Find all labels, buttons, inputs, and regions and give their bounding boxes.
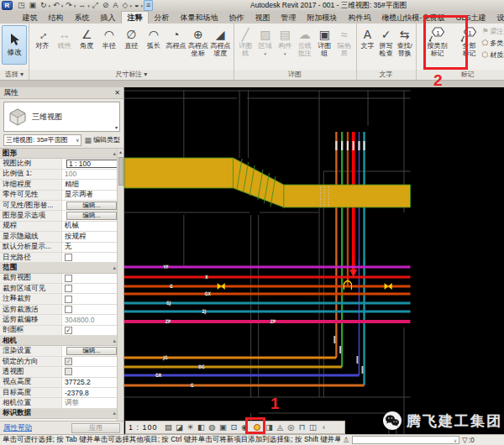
checkbox[interactable] — [65, 285, 72, 292]
ribbon-button[interactable]: ↔对齐 — [31, 25, 54, 50]
checkbox[interactable] — [65, 296, 72, 303]
riser-mark[interactable] — [336, 260, 338, 264]
pipe-tag[interactable]: ZP — [270, 318, 276, 324]
property-value[interactable]: ✓ — [62, 357, 123, 366]
ribbon-tab-6[interactable]: 体量和场地 — [175, 12, 223, 24]
analytical-model-icon[interactable]: ◬ — [275, 421, 286, 433]
worksharing-display-icon[interactable]: ◫ — [307, 421, 318, 433]
sun-path-icon[interactable]: ☀ — [185, 421, 196, 433]
rendering-dialog-icon[interactable]: ◍ — [207, 421, 218, 433]
ribbon-button[interactable]: ∅直径 — [120, 25, 143, 50]
selection-filter[interactable]: ▽ :0 — [462, 436, 475, 444]
aligned-dimension-icon[interactable]: ⤢ — [91, 1, 100, 10]
property-value[interactable] — [62, 274, 123, 283]
property-value[interactable]: ✓ — [62, 326, 123, 335]
scroll-up-icon[interactable]: ▴ — [118, 149, 123, 155]
property-value[interactable]: -2379.8 — [62, 388, 123, 397]
riser-tag[interactable] — [341, 141, 343, 150]
crop-view-icon[interactable]: ▣ — [218, 421, 228, 433]
panel-label-dimension[interactable]: 尺寸标注 ▾ — [29, 70, 234, 80]
property-value[interactable] — [62, 294, 123, 303]
ribbon-tab-4[interactable]: 注释 — [121, 11, 149, 24]
ribbon-button[interactable]: ◢高程点 坡度 — [209, 25, 232, 57]
ribbon-tab-3[interactable]: 插入 — [95, 12, 121, 24]
pipe-tag[interactable]: JG — [162, 354, 167, 361]
pipe-tag[interactable]: G — [191, 382, 194, 388]
property-value[interactable] — [62, 284, 123, 293]
ribbon-tab-8[interactable]: 视图 — [249, 12, 276, 24]
property-value[interactable]: 1 : 100 — [62, 159, 123, 168]
elbow-tag[interactable] — [339, 346, 341, 353]
reveal-constraints-icon[interactable]: ⊓ — [297, 421, 307, 433]
close-icon[interactable]: ✕ — [114, 89, 120, 97]
ribbon-tab-5[interactable]: 分析 — [149, 12, 175, 24]
riser-tag[interactable] — [353, 141, 354, 150]
pipe-tag[interactable]: GJ — [166, 300, 171, 306]
ribbon-button[interactable]: ▣详图 组 — [315, 25, 335, 57]
riser-mark[interactable] — [347, 260, 349, 264]
pipe-tag[interactable]: GR — [155, 372, 161, 378]
ribbon-tab-14[interactable]: 设备通用 — [491, 12, 504, 24]
ribbon-button[interactable]: ◠半径 — [98, 25, 121, 50]
property-value[interactable]: 无 — [62, 243, 123, 252]
apply-button[interactable]: 应用 — [71, 423, 120, 433]
view-selector-dropdown[interactable]: 三维视图: 35#平面图 ∨ — [3, 134, 81, 146]
dropdown-caret-icon[interactable]: ▾ — [264, 50, 266, 58]
ribbon-tab-2[interactable]: 系统 — [69, 12, 95, 24]
collapse-icon[interactable]: ‹ — [318, 421, 329, 433]
elbow-tag[interactable] — [333, 336, 335, 343]
measure-icon[interactable]: ↔ — [76, 1, 87, 10]
redo-icon[interactable]: ↷ — [64, 1, 74, 10]
property-value[interactable]: 编辑... — [62, 201, 123, 210]
worksets-icon[interactable]: ♙ — [343, 436, 349, 444]
value-input[interactable]: 1 : 100 — [66, 160, 122, 169]
edit-button[interactable]: 编辑... — [66, 202, 117, 210]
palette-scrollbar[interactable]: ▴ — [117, 149, 123, 421]
text-icon[interactable]: A — [111, 1, 119, 10]
ribbon-button[interactable]: ⊕高程点 坐标 — [187, 25, 210, 57]
property-value[interactable]: 机械 — [62, 222, 123, 231]
property-section-header[interactable]: 标识数据▴ — [0, 409, 123, 419]
property-value[interactable]: 调整 — [62, 398, 123, 407]
ribbon-small-button[interactable]: ⬡材质标记 — [482, 49, 504, 60]
ribbon-tab-1[interactable]: 结构 — [43, 12, 69, 24]
detail-level-icon[interactable]: ▤ — [163, 421, 174, 433]
ribbon-button[interactable]: ⇆查找/ 替换 — [396, 25, 414, 57]
visual-style-icon[interactable]: ◪ — [174, 421, 185, 433]
ribbon-button[interactable]: ∠角度 — [76, 25, 98, 50]
sync-icon[interactable]: ↻ — [39, 1, 49, 10]
dropdown-caret-icon[interactable]: ▾ — [129, 3, 132, 8]
dropdown-caret-icon[interactable]: ▾ — [61, 3, 64, 8]
ribbon-button[interactable]: A文字 — [359, 25, 377, 50]
checkbox[interactable]: ✓ — [65, 327, 72, 334]
dropdown-caret-icon[interactable]: ▾ — [140, 3, 143, 8]
section-icon[interactable]: ◒ — [133, 1, 140, 10]
property-value[interactable] — [62, 367, 123, 376]
panel-label-detail[interactable]: 详图 — [234, 70, 356, 80]
pipe-tag[interactable]: X — [205, 274, 207, 280]
viewport-background[interactable] — [124, 87, 504, 434]
pipe-tag[interactable]: G — [170, 283, 173, 289]
drawing-area[interactable]: YFXGGXGJZJZPZPJGDGGRG — [124, 87, 504, 434]
elbow-tag[interactable] — [362, 366, 364, 374]
panel-label-tag[interactable]: 标记 — [417, 70, 504, 80]
pipe-tag[interactable]: YF — [163, 264, 170, 270]
save-icon[interactable]: ▣ — [28, 1, 39, 10]
ribbon-tab-11[interactable]: 构件坞 — [343, 12, 376, 24]
open-icon[interactable]: ◳ — [16, 1, 27, 10]
property-value[interactable]: 编辑... — [62, 346, 123, 355]
elbow-tag[interactable] — [356, 356, 358, 364]
ribbon-tab-0[interactable]: 建筑 — [17, 12, 43, 24]
edit-button[interactable]: 编辑... — [66, 212, 117, 220]
pipe-tag[interactable]: DG — [198, 364, 204, 369]
pipe-tag[interactable]: GX — [205, 291, 211, 296]
dropdown-caret-icon[interactable]: ▾ — [74, 3, 76, 8]
property-value[interactable]: 按规程 — [62, 232, 123, 241]
property-value[interactable] — [62, 305, 123, 314]
ribbon-small-button[interactable]: ⬠多类别 — [482, 37, 504, 49]
default-3d-view-icon[interactable]: ◇ — [121, 1, 130, 10]
modify-button[interactable]: 修改 — [2, 25, 27, 65]
property-section-header[interactable]: 范围▴ — [0, 263, 123, 273]
scale-control[interactable]: 1 : 100 — [129, 423, 162, 432]
properties-help-link[interactable]: 属性帮助 — [3, 423, 32, 433]
